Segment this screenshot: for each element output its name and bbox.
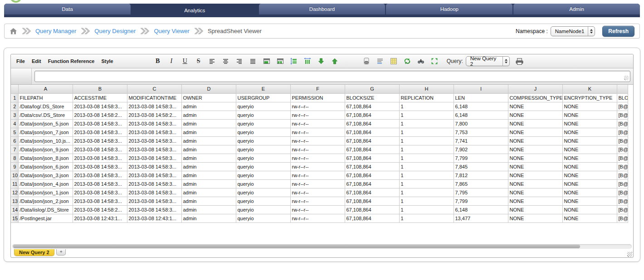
- cell[interactable]: admin: [181, 162, 236, 171]
- cell[interactable]: [B@: [617, 145, 628, 154]
- cell[interactable]: /Data/json/json_5.json: [18, 119, 73, 128]
- cell[interactable]: 7,799: [454, 154, 508, 162]
- cell[interactable]: 1: [399, 119, 454, 128]
- cell[interactable]: 1: [399, 162, 454, 171]
- cell[interactable]: 2013-03-08 14:58:3...: [73, 128, 127, 136]
- cell[interactable]: OWNER: [181, 93, 236, 102]
- cell[interactable]: /Data/json/json_10.js...: [18, 136, 73, 145]
- cell[interactable]: NONE: [508, 214, 562, 222]
- menu-edit[interactable]: Edit: [32, 58, 41, 64]
- menu-function-reference[interactable]: Function Reference: [48, 58, 95, 64]
- cell[interactable]: ENCRYPTION_TYPE: [562, 93, 617, 102]
- grid-corner[interactable]: [11, 85, 18, 93]
- cell[interactable]: 67,108,864: [345, 136, 399, 145]
- cell[interactable]: /Data/json/json_7.json: [18, 128, 73, 136]
- cell[interactable]: admin: [181, 136, 236, 145]
- cell[interactable]: /PostIngest.jar: [18, 214, 73, 222]
- cell[interactable]: queryio: [236, 154, 290, 162]
- cell[interactable]: admin: [181, 119, 236, 128]
- move-row-down-icon[interactable]: [316, 56, 326, 66]
- cell[interactable]: queryio: [236, 171, 290, 179]
- cell[interactable]: 7,812: [454, 171, 508, 179]
- strikethrough-icon[interactable]: S: [194, 56, 204, 66]
- cell[interactable]: admin: [181, 102, 236, 111]
- cell[interactable]: 1: [399, 197, 454, 205]
- cell[interactable]: 6,148: [454, 205, 508, 214]
- cell[interactable]: 2013-03-08 12:43:1...: [127, 214, 181, 222]
- cell[interactable]: rw-r--r--: [290, 154, 345, 162]
- cell[interactable]: queryio: [236, 188, 290, 197]
- row-header[interactable]: 12: [11, 188, 18, 197]
- column-header[interactable]: F: [290, 85, 345, 93]
- formula-resize-handle-icon[interactable]: [624, 76, 629, 80]
- row-header[interactable]: 13: [11, 197, 18, 205]
- sheet-tab-new-query-2[interactable]: New Query 2: [14, 249, 54, 256]
- cell[interactable]: 2013-03-08 14:58:3...: [127, 136, 181, 145]
- cell[interactable]: PERMISSION: [290, 93, 345, 102]
- cell[interactable]: admin: [181, 154, 236, 162]
- namespace-select[interactable]: NameNode1: [551, 26, 595, 36]
- italic-icon[interactable]: I: [166, 56, 176, 66]
- cell[interactable]: [B@: [617, 197, 628, 205]
- cell[interactable]: rw-r--r--: [290, 197, 345, 205]
- cell[interactable]: NONE: [508, 162, 562, 171]
- row-header[interactable]: 6: [11, 136, 18, 145]
- cell[interactable]: 7,799: [454, 197, 508, 205]
- cell[interactable]: REPLICATION: [399, 93, 454, 102]
- cell[interactable]: rw-r--r--: [290, 128, 345, 136]
- cell[interactable]: [B@: [617, 128, 628, 136]
- row-header[interactable]: 8: [11, 154, 18, 162]
- cell[interactable]: queryio: [236, 205, 290, 214]
- cell[interactable]: 2013-03-08 14:58:3...: [73, 179, 127, 188]
- cell[interactable]: rw-r--r--: [290, 188, 345, 197]
- underline-icon[interactable]: U: [180, 56, 190, 66]
- cell[interactable]: 1: [399, 205, 454, 214]
- cell[interactable]: ACCESSTIME: [73, 93, 127, 102]
- cell[interactable]: NONE: [508, 154, 562, 162]
- cell[interactable]: NONE: [562, 128, 617, 136]
- cell[interactable]: [B@: [617, 154, 628, 162]
- cell[interactable]: /Data/json/json_3.json: [18, 171, 73, 179]
- cell[interactable]: 2013-03-08 14:58:3...: [127, 205, 181, 214]
- row-header[interactable]: 1: [11, 93, 18, 102]
- nav-tab-dashboard[interactable]: Dashboard: [259, 4, 385, 14]
- cell[interactable]: 7,845: [454, 162, 508, 171]
- cell[interactable]: 1: [399, 136, 454, 145]
- find-icon[interactable]: [416, 56, 426, 66]
- breadcrumb-link-query-designer[interactable]: Query Designer: [94, 28, 136, 34]
- cell[interactable]: admin: [181, 128, 236, 136]
- cell[interactable]: /Data/json/json_8.json: [18, 154, 73, 162]
- cell[interactable]: 2013-03-08 14:58:3...: [127, 179, 181, 188]
- row-header[interactable]: 11: [11, 179, 18, 188]
- cell[interactable]: 2013-03-08 14:58:3...: [127, 171, 181, 179]
- cell[interactable]: 67,108,864: [345, 154, 399, 162]
- cell[interactable]: 2013-03-08 14:58:2...: [73, 111, 127, 119]
- cell[interactable]: 67,108,864: [345, 188, 399, 197]
- cell[interactable]: NONE: [562, 102, 617, 111]
- cell[interactable]: /Data/json/json_2.json: [18, 197, 73, 205]
- cell[interactable]: [B@: [617, 188, 628, 197]
- cell[interactable]: NONE: [562, 154, 617, 162]
- cell[interactable]: [B@: [617, 119, 628, 128]
- cell[interactable]: [B@: [617, 102, 628, 111]
- column-header[interactable]: G: [345, 85, 399, 93]
- cell[interactable]: NONE: [562, 205, 617, 214]
- cell[interactable]: 7,800: [454, 119, 508, 128]
- cell[interactable]: NONE: [562, 171, 617, 179]
- add-sheet-tab-button[interactable]: +: [56, 249, 66, 256]
- cell[interactable]: 2013-03-08 14:58:3...: [73, 197, 127, 205]
- cell[interactable]: 67,108,864: [345, 162, 399, 171]
- highlight-cells-icon[interactable]: [389, 56, 399, 66]
- cell[interactable]: [B@: [617, 205, 628, 214]
- cell[interactable]: LEN: [454, 93, 508, 102]
- home-icon[interactable]: [10, 28, 17, 35]
- cell[interactable]: /Data/json/json_6.json: [18, 162, 73, 171]
- cell[interactable]: admin: [181, 188, 236, 197]
- cell[interactable]: NONE: [508, 119, 562, 128]
- cell[interactable]: 7,753: [454, 128, 508, 136]
- cell[interactable]: 2013-03-08 14:58:2...: [127, 111, 181, 119]
- cell[interactable]: 13,477: [454, 214, 508, 222]
- column-header[interactable]: B: [73, 85, 127, 93]
- cell[interactable]: queryio: [236, 102, 290, 111]
- menu-style[interactable]: Style: [101, 58, 113, 64]
